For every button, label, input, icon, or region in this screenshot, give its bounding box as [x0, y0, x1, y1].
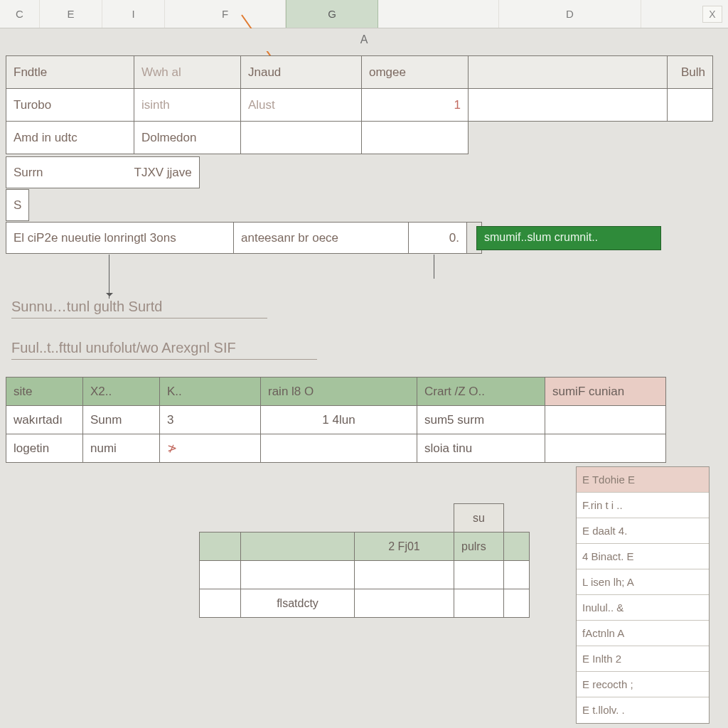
col-header[interactable]: E: [40, 0, 102, 28]
col-header[interactable]: [241, 532, 355, 561]
col-header[interactable]: site: [6, 378, 83, 406]
list-item[interactable]: F.rin t i ..: [577, 493, 709, 518]
table-row: flsatdcty: [200, 589, 530, 618]
cell[interactable]: [504, 589, 530, 618]
col-header[interactable]: rain l8 O: [261, 378, 417, 406]
row-a-label: A: [0, 28, 728, 51]
col-header[interactable]: Crart /Z O..: [417, 378, 545, 406]
cell[interactable]: [454, 561, 504, 589]
cell[interactable]: [241, 122, 362, 154]
cell[interactable]: [545, 434, 666, 463]
col-header[interactable]: I: [102, 0, 165, 28]
cell[interactable]: Amd in udtc: [6, 122, 134, 154]
table-row: S: [6, 190, 29, 221]
list-item[interactable]: E recocth ;: [577, 672, 709, 697]
table-row: su: [200, 504, 530, 532]
cell[interactable]: El ciP2e nueutie lonringtl 3ons: [6, 223, 234, 254]
col-header[interactable]: [200, 532, 241, 561]
connector-line: [434, 255, 434, 279]
connector-arrow: [109, 255, 109, 299]
cell[interactable]: [668, 89, 713, 122]
cell[interactable]: 1: [362, 89, 469, 122]
cell[interactable]: isinth: [134, 89, 241, 122]
col-header-selected[interactable]: G: [286, 0, 378, 28]
wide-row-2: S: [6, 189, 29, 221]
cell[interactable]: anteesanr br oece: [234, 223, 409, 254]
table-row: Fndtle Wwh al Jnaud omgee Bulh: [6, 56, 713, 89]
col-header[interactable]: K..: [160, 378, 261, 406]
cell[interactable]: TJXV jjave: [127, 157, 200, 188]
cell[interactable]: omgee: [362, 56, 469, 89]
cell[interactable]: Jnaud: [241, 56, 362, 89]
cell[interactable]: Bulh: [668, 56, 713, 89]
cell[interactable]: Surrn: [6, 157, 127, 188]
col-header[interactable]: F: [165, 0, 286, 28]
cell[interactable]: [200, 589, 241, 618]
cell[interactable]: [241, 561, 355, 589]
formula-hint[interactable]: smumif..slum crumnit..: [476, 226, 661, 250]
cell[interactable]: [362, 122, 469, 154]
list-item[interactable]: E Inlth 2: [577, 646, 709, 672]
cell[interactable]: [545, 406, 666, 434]
wide-row-3: El ciP2e nueutie lonringtl 3ons anteesan…: [6, 222, 482, 254]
cell[interactable]: wakırtadı: [6, 406, 83, 434]
cell[interactable]: sum5 surm: [417, 406, 545, 434]
list-item[interactable]: fActnln A: [577, 621, 709, 646]
table-row: El ciP2e nueutie lonringtl 3ons anteesan…: [6, 223, 482, 254]
cell[interactable]: sloia tinu: [417, 434, 545, 463]
data-table-3: su 2 Fj01 pulrs flsatdcty: [199, 503, 530, 618]
cell[interactable]: Fndtle: [6, 56, 134, 89]
cell[interactable]: logetin: [6, 434, 83, 463]
table-row: site X2.. K.. rain l8 O Crart /Z O.. sum…: [6, 378, 666, 406]
cell[interactable]: numi: [83, 434, 160, 463]
cell[interactable]: 0.: [409, 223, 467, 254]
col-header[interactable]: [378, 0, 499, 28]
list-item[interactable]: E Tdohie E: [577, 467, 709, 493]
side-list: E Tdohie E F.rin t i .. E daalt 4. 4 Bin…: [576, 466, 710, 724]
col-header[interactable]: C: [0, 0, 40, 28]
cell[interactable]: 3: [160, 406, 261, 434]
cell[interactable]: [504, 561, 530, 589]
table-row: wakırtadı Sunm 3 1 4lun sum5 surm: [6, 406, 666, 434]
list-item[interactable]: Inulul.. &: [577, 595, 709, 621]
table-row: [200, 561, 530, 589]
tab[interactable]: su: [454, 504, 504, 532]
table-row: logetin numi ≯ sloia tinu: [6, 434, 666, 463]
cell[interactable]: Turobo: [6, 89, 134, 122]
cell[interactable]: [469, 89, 668, 122]
col-header[interactable]: sumiF cunian: [545, 378, 666, 406]
cell[interactable]: [261, 434, 417, 463]
table-row: 2 Fj01 pulrs: [200, 532, 530, 561]
cell[interactable]: Alust: [241, 89, 362, 122]
cell[interactable]: [454, 589, 504, 618]
data-table-2: site X2.. K.. rain l8 O Crart /Z O.. sum…: [6, 377, 666, 463]
table-row: Surrn TJXV jjave: [6, 157, 200, 188]
list-item[interactable]: L isen lh; A: [577, 569, 709, 595]
cell[interactable]: Wwh al: [134, 56, 241, 89]
cell[interactable]: ≯: [160, 434, 261, 463]
col-header[interactable]: D: [499, 0, 641, 28]
table-row: Turobo isinth Alust 1: [6, 89, 713, 122]
cell[interactable]: [469, 56, 668, 89]
cell[interactable]: [355, 561, 454, 589]
cell[interactable]: Sunm: [83, 406, 160, 434]
col-header[interactable]: pulrs: [454, 532, 504, 561]
col-header[interactable]: [504, 532, 530, 561]
list-item[interactable]: E daalt 4.: [577, 518, 709, 544]
col-header[interactable]: 2 Fj01: [355, 532, 454, 561]
list-item[interactable]: E t.llolv. .: [577, 697, 709, 723]
cell[interactable]: S: [6, 190, 29, 221]
cell[interactable]: flsatdcty: [241, 589, 355, 618]
column-header-bar: C E I F G D X: [0, 0, 728, 28]
col-header[interactable]: X2..: [83, 378, 160, 406]
cell[interactable]: [200, 561, 241, 589]
cell[interactable]: [355, 589, 454, 618]
section-heading-1: Sunnu…tunl gulth Surtd: [11, 299, 267, 318]
close-button[interactable]: X: [702, 6, 722, 23]
cell[interactable]: 1 4lun: [261, 406, 417, 434]
list-item[interactable]: 4 Binact. E: [577, 544, 709, 569]
section-heading-2: Fuul..t..fttul unufolut/wo Arexgnl SIF: [11, 340, 317, 360]
wide-row-1: Surrn TJXV jjave: [6, 156, 200, 188]
cell[interactable]: Dolmedon: [134, 122, 241, 154]
data-table-1: Fndtle Wwh al Jnaud omgee Bulh Turobo is…: [6, 55, 713, 154]
